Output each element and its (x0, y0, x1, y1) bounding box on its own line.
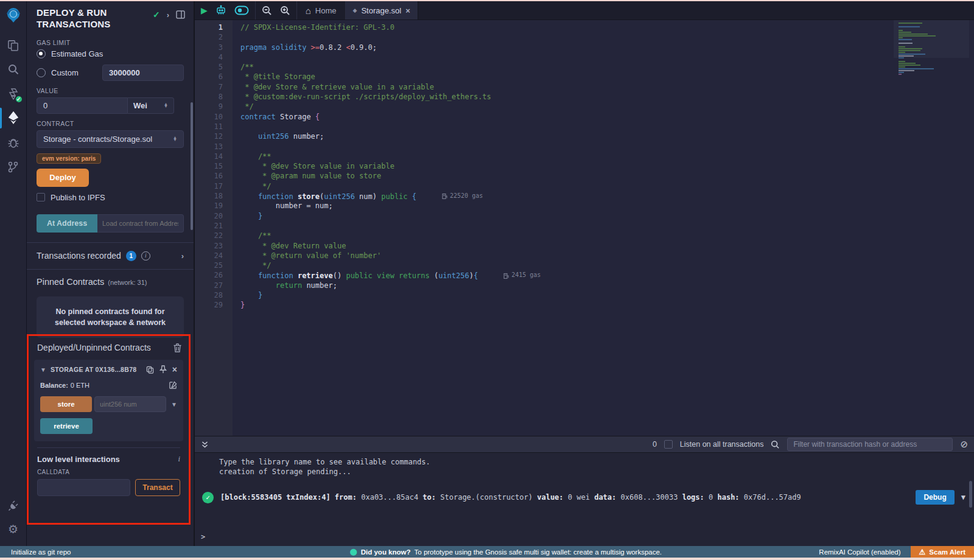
clear-console-icon[interactable]: ⊘ (960, 439, 968, 450)
terminal-prompt[interactable]: > (201, 533, 205, 541)
home-tab[interactable]: ⌂ Home (297, 1, 346, 19)
terminal[interactable]: Type the library name to see available c… (195, 453, 974, 546)
editor-minimap[interactable] (899, 23, 952, 75)
code-line[interactable]: } (233, 211, 974, 221)
code-line[interactable]: * @dev Store value in variable (233, 161, 974, 171)
collapse-contract-icon[interactable]: ▼ (40, 366, 46, 373)
custom-gas-radio[interactable] (37, 68, 46, 77)
estimated-gas-option[interactable]: Estimated Gas (37, 49, 184, 58)
balance-label: Balance: (40, 382, 68, 389)
storage-sol-tab[interactable]: ◆ Storage.sol × (346, 1, 418, 19)
custom-gas-input[interactable] (102, 65, 184, 81)
expand-tx-icon[interactable]: ▼ (961, 493, 965, 502)
at-address-input[interactable] (97, 214, 184, 233)
code-line[interactable] (233, 32, 974, 42)
editor-code[interactable]: // SPDX-License-Identifier: GPL-3.0pragm… (233, 20, 974, 436)
calldata-label: CALLDATA (37, 469, 180, 475)
pin-contract-icon[interactable] (159, 365, 167, 374)
code-line[interactable]: * @return value of 'number' (233, 251, 974, 261)
expand-store-args-icon[interactable]: ▼ (171, 401, 177, 408)
code-line[interactable] (233, 142, 974, 152)
code-line[interactable]: } (233, 290, 974, 300)
code-line[interactable]: number = num; (233, 201, 974, 211)
code-line[interactable]: * @custom:dev-run-script ./scripts/deplo… (233, 92, 974, 102)
code-line[interactable]: */ (233, 102, 974, 111)
code-line[interactable]: /** (233, 152, 974, 161)
edit-balance-icon[interactable] (169, 381, 177, 389)
code-editor[interactable]: 1234567891011121314151617181920212223242… (195, 20, 974, 436)
remove-contract-icon[interactable]: × (172, 365, 177, 374)
zoom-in-icon[interactable] (280, 5, 290, 16)
plugin-manager-icon[interactable] (0, 492, 27, 517)
deploy-button[interactable]: Deploy (37, 169, 89, 187)
close-tab-icon[interactable]: × (405, 6, 410, 15)
code-line[interactable]: function store(uint256 num) public {2252… (233, 191, 974, 201)
code-line[interactable]: /** (233, 231, 974, 240)
info-icon[interactable]: i (141, 251, 150, 261)
value-input[interactable] (37, 97, 128, 114)
expand-transactions-icon[interactable]: › (181, 251, 184, 261)
copy-address-icon[interactable] (146, 366, 154, 374)
settings-gear-icon[interactable]: ⚙ (0, 517, 27, 541)
transactions-recorded-row[interactable]: Transactions recorded 1 i › (27, 243, 194, 269)
at-address-button[interactable]: At Address (37, 214, 97, 233)
git-icon[interactable] (0, 155, 27, 179)
panel-scrollbar[interactable] (191, 102, 193, 230)
expand-panel-icon[interactable]: › (167, 10, 169, 19)
estimated-gas-radio[interactable] (37, 49, 46, 58)
listen-all-checkbox[interactable] (664, 440, 673, 449)
pin-panel-icon[interactable] (176, 10, 185, 19)
deploy-and-run-icon[interactable] (0, 106, 27, 130)
remix-logo[interactable] (4, 6, 23, 24)
transaction-log-row[interactable]: ✓ [block:5583405 txIndex:4] from: 0xa03.… (202, 490, 965, 505)
code-line[interactable] (233, 122, 974, 131)
code-line[interactable]: contract Storage { (233, 112, 974, 122)
copilot-toggle-icon[interactable] (234, 5, 249, 15)
retrieve-function-button[interactable]: retrieve (40, 418, 93, 434)
store-argument-input[interactable] (94, 396, 166, 412)
publish-ipfs-checkbox[interactable] (37, 193, 45, 201)
code-line[interactable]: return number; (233, 281, 974, 290)
code-line[interactable]: * @dev Return value (233, 241, 974, 251)
run-script-icon[interactable]: ▶ (201, 5, 208, 15)
code-line[interactable]: */ (233, 261, 974, 270)
code-line[interactable]: pragma solidity >=0.8.2 <0.9.0; (233, 43, 974, 52)
remix-ai-assistant-icon[interactable] (215, 5, 226, 16)
scam-alert-button[interactable]: ⚠ Scam Alert (911, 546, 974, 558)
terminal-scrollbar[interactable] (969, 481, 972, 508)
debugger-icon[interactable] (0, 130, 27, 155)
file-explorer-icon[interactable] (0, 33, 27, 57)
git-init-link[interactable]: Initialize as git repo (11, 548, 71, 556)
code-line[interactable]: uint256 number; (233, 131, 974, 141)
transaction-filter-input[interactable] (787, 438, 953, 451)
vertical-icon-panel: ✓ (0, 1, 27, 546)
line-number: 21 (195, 221, 233, 231)
deployed-contract-card: ▼ STORAGE AT 0X136...8B78 × Balance: (34, 360, 183, 441)
code-line[interactable]: * @title Storage (233, 72, 974, 82)
did-you-know-tip: ⬤ Did you know? To prototype using the G… (349, 548, 662, 556)
code-line[interactable] (233, 52, 974, 62)
calldata-input[interactable] (37, 479, 130, 496)
store-function-button[interactable]: store (40, 396, 92, 412)
zoom-out-icon[interactable] (262, 5, 272, 16)
transact-button[interactable]: Transact (135, 479, 180, 496)
copilot-status[interactable]: RemixAI Copilot (enabled) (819, 548, 900, 556)
code-line[interactable]: function retrieve() public view returns … (233, 270, 974, 280)
code-line[interactable]: } (233, 300, 974, 310)
debug-button[interactable]: Debug (916, 490, 954, 505)
contract-select[interactable]: Storage - contracts/Storage.sol ▲▼ (37, 130, 184, 148)
search-icon[interactable] (0, 57, 27, 82)
value-unit-select[interactable]: Wei ▲▼ (128, 97, 174, 114)
code-line[interactable]: /** (233, 62, 974, 72)
code-line[interactable]: // SPDX-License-Identifier: GPL-3.0 (233, 23, 974, 32)
expand-terminal-icon[interactable] (201, 441, 209, 449)
low-level-info-icon[interactable]: i (178, 454, 180, 464)
code-line[interactable]: * @param num value to store (233, 171, 974, 181)
trash-icon[interactable] (173, 343, 181, 352)
code-line[interactable] (233, 221, 974, 231)
code-line[interactable]: * @dev Store & retrieve value in a varia… (233, 82, 974, 92)
publish-ipfs-option[interactable]: Publish to IPFS (37, 193, 184, 202)
custom-gas-option[interactable]: Custom (37, 65, 184, 81)
solidity-compiler-icon[interactable]: ✓ (0, 82, 27, 106)
code-line[interactable]: */ (233, 181, 974, 191)
